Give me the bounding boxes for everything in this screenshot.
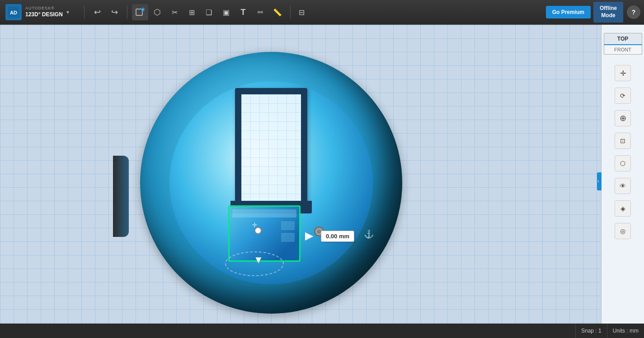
tool-pattern[interactable]: ⊞ [183, 4, 200, 20]
help-button[interactable]: ? [627, 5, 640, 19]
tool-layers[interactable]: ⊟ [293, 4, 310, 20]
view-cube: TOP FRONT [604, 33, 642, 55]
divider-3 [290, 5, 291, 19]
units-status: Units : mm [607, 324, 644, 338]
tool-snap[interactable]: ⚯ [252, 4, 268, 20]
redo-button[interactable]: ↪ [106, 4, 122, 20]
move-crosshair: ✛ [252, 222, 257, 228]
tool-modify[interactable]: ✂ [166, 4, 183, 20]
logo-dropdown-arrow[interactable]: ▾ [66, 9, 69, 15]
pan-button[interactable]: ✛ [615, 65, 631, 81]
render-button[interactable]: ◈ [615, 200, 631, 217]
viewport-canvas[interactable]: ✛ ▶ ▼ ⊙ 0.00 mm ⚓ [0, 25, 601, 338]
nav-buttons-group: ✛ ⟳ ⊕ ⊡ ⬡ 👁 ◈ ◎ [615, 64, 631, 241]
snap-anchor-icon[interactable]: ⚓ [364, 229, 374, 239]
fit-button[interactable]: ⊡ [615, 133, 631, 149]
visibility-button[interactable]: 👁 [615, 178, 631, 194]
product-name: 123D° DESIGN [25, 11, 63, 19]
logo-badge: AD [5, 4, 22, 20]
undo-button[interactable]: ↩ [89, 4, 105, 20]
materials-button[interactable]: ◎ [615, 223, 631, 239]
tool-group[interactable]: ❏ [201, 4, 217, 20]
view-front-label[interactable]: FRONT [604, 45, 642, 55]
tool-3dprint[interactable]: ▣ [218, 4, 234, 20]
right-panel: TOP FRONT ✛ ⟳ ⊕ ⊡ ⬡ 👁 ◈ ◎ › [601, 25, 644, 338]
dimension-display[interactable]: 0.00 mm [321, 231, 354, 242]
offline-button[interactable]: Offline Mode [593, 2, 623, 22]
logo-text: AUTODESK® 123D° DESIGN [25, 6, 63, 18]
view-top-label[interactable]: TOP [604, 33, 642, 45]
svg-text:AD: AD [10, 10, 17, 15]
tool-primitives[interactable]: + [132, 4, 148, 20]
tool-text[interactable]: T [235, 4, 251, 20]
logo-area: AD AUTODESK® 123D° DESIGN ▾ [0, 4, 81, 20]
snap-status: Snap : 1 [575, 324, 607, 338]
divider-1 [84, 5, 85, 19]
3d-scene: ✛ ▶ ▼ ⊙ 0.00 mm ⚓ [113, 47, 475, 309]
zoom-button[interactable]: ⊕ [615, 110, 631, 126]
tool-measure[interactable]: 📏 [269, 4, 286, 20]
divider-2 [127, 5, 127, 19]
phone-frame [235, 88, 307, 210]
left-panel-partial [113, 156, 129, 237]
premium-button[interactable]: Go Premium [546, 6, 591, 19]
toolbar: AD AUTODESK® 123D° DESIGN ▾ ↩ ↪ + ⬡ ✂ ⊞ … [0, 0, 644, 25]
right-panel-handle[interactable]: › [597, 172, 602, 190]
svg-text:+: + [142, 8, 144, 11]
move-right-arrow[interactable]: ▶ [305, 230, 313, 242]
perspective-button[interactable]: ⬡ [615, 155, 631, 171]
statusbar: Snap : 1 Units : mm [0, 324, 644, 338]
undo-redo-group: ↩ ↪ [87, 4, 124, 20]
tool-sketch[interactable]: ⬡ [149, 4, 165, 20]
move-down-arrow[interactable]: ▼ [254, 254, 263, 266]
brand-name: AUTODESK® [25, 6, 63, 11]
tools-group: + ⬡ ✂ ⊞ ❏ ▣ T ⚯ 📏 [130, 4, 287, 20]
orbit-button[interactable]: ⟳ [615, 88, 631, 104]
